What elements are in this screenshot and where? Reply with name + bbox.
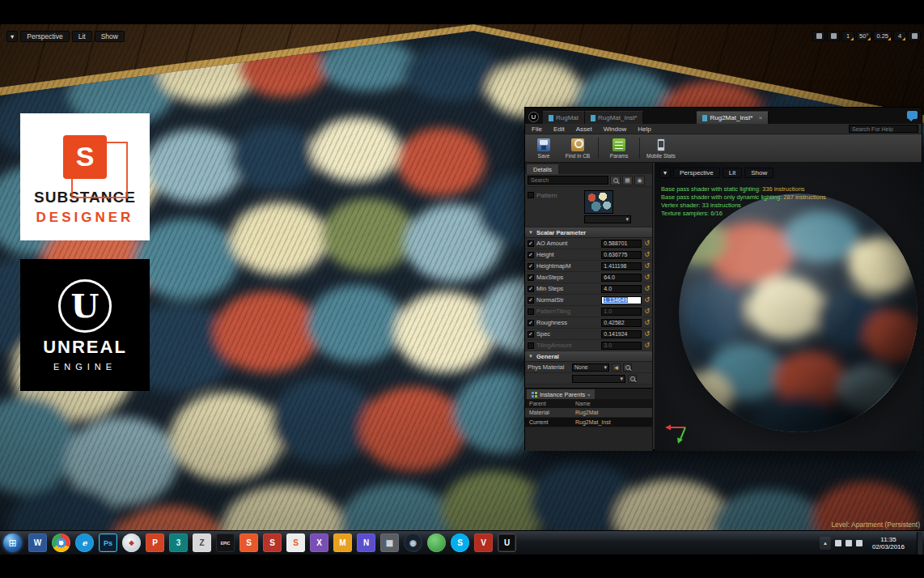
reset-to-default-icon[interactable]: ↺ bbox=[644, 252, 650, 258]
instance-parent-row-current[interactable]: Current Rug2Mat_Inst bbox=[525, 418, 652, 427]
ndo-icon[interactable]: N bbox=[357, 533, 375, 552]
translate-snap-button[interactable]: 1 bbox=[841, 31, 854, 41]
camera-speed-button[interactable]: 4 bbox=[893, 31, 906, 41]
param-value-field[interactable]: 4.0 bbox=[601, 285, 642, 293]
scale-snap-button[interactable]: 0.25 bbox=[873, 31, 892, 41]
texture-param-checkbox[interactable] bbox=[528, 192, 534, 198]
photoshop-icon[interactable]: Ps bbox=[99, 533, 117, 552]
param-value-field[interactable]: 64.0 bbox=[601, 274, 642, 282]
viewport-options-dropdown[interactable]: ▾ bbox=[659, 168, 671, 178]
reset-to-default-icon[interactable]: ↺ bbox=[644, 286, 650, 292]
substance-b2m-icon[interactable]: S bbox=[263, 533, 282, 552]
param-checkbox[interactable]: ✓ bbox=[528, 274, 534, 281]
reset-to-default-icon[interactable]: ↺ bbox=[644, 342, 650, 349]
texture-asset-dropdown[interactable]: ▾ bbox=[584, 215, 631, 223]
perspective-button[interactable]: Perspective bbox=[673, 168, 720, 178]
show-flags-button[interactable]: Show bbox=[744, 168, 774, 178]
substance-designer-icon[interactable]: S bbox=[286, 533, 305, 552]
param-checkbox[interactable] bbox=[528, 342, 534, 349]
tab-rugmat-inst[interactable]: RugMat_Inst* bbox=[585, 111, 643, 124]
tab-rug2mat-inst[interactable]: Rug2Mat_Inst* × bbox=[697, 111, 769, 124]
zbrush-icon[interactable]: Z bbox=[193, 533, 211, 552]
tab-rugmat[interactable]: RugMat bbox=[543, 111, 585, 124]
reset-to-default-icon[interactable]: ↺ bbox=[644, 240, 650, 247]
param-checkbox[interactable]: ✓ bbox=[528, 263, 534, 270]
lit-mode-button[interactable]: Lit bbox=[723, 168, 742, 178]
reset-to-default-icon[interactable]: ↺ bbox=[644, 308, 650, 315]
internet-explorer-icon[interactable]: e bbox=[75, 533, 94, 552]
scalar-parameter-header[interactable]: ▼ Scalar Parameter bbox=[525, 227, 652, 238]
search-asset-icon[interactable] bbox=[628, 375, 637, 383]
xnormal-icon[interactable]: X bbox=[310, 533, 328, 552]
view-options-icon[interactable] bbox=[827, 31, 840, 41]
reset-to-default-icon[interactable]: ↺ bbox=[644, 331, 650, 338]
unreal-launcher-icon[interactable]: U bbox=[498, 533, 516, 552]
powerpoint-icon[interactable]: P bbox=[146, 533, 164, 552]
save-button[interactable]: Save bbox=[530, 138, 557, 159]
menu-file[interactable]: File bbox=[532, 125, 542, 133]
vray-icon[interactable]: V bbox=[474, 533, 493, 552]
show-hidden-icons-button[interactable]: ▲ bbox=[820, 537, 831, 550]
details-search-input[interactable] bbox=[528, 176, 608, 185]
menu-edit[interactable]: Edit bbox=[553, 125, 565, 133]
param-value-field[interactable]: 0.141924 bbox=[601, 330, 642, 338]
volume-icon[interactable] bbox=[846, 540, 852, 546]
3dsmax-icon[interactable]: 3 bbox=[169, 533, 188, 552]
compass-icon[interactable]: ◆ bbox=[122, 533, 141, 552]
param-value-field[interactable]: 1.411198 bbox=[601, 262, 642, 270]
joystick-icon[interactable] bbox=[812, 31, 825, 41]
phys-material-dropdown[interactable]: None▾ bbox=[572, 363, 609, 372]
steam-icon[interactable]: ◉ bbox=[404, 533, 422, 552]
epic-games-icon[interactable]: EPIC bbox=[216, 533, 235, 552]
help-search-input[interactable] bbox=[849, 125, 918, 133]
reset-to-default-icon[interactable]: ↺ bbox=[644, 320, 650, 326]
grid-view-icon[interactable]: ▦ bbox=[622, 176, 633, 185]
notification-icon[interactable] bbox=[856, 540, 863, 546]
substance-painter-icon[interactable]: S bbox=[239, 533, 258, 552]
preview-sphere[interactable] bbox=[679, 193, 918, 432]
lit-mode-button[interactable]: Lit bbox=[72, 31, 92, 42]
details-tab[interactable]: Details bbox=[527, 164, 558, 174]
param-value-field[interactable]: 1.0 bbox=[601, 308, 642, 316]
green-app-icon[interactable] bbox=[427, 533, 446, 552]
instance-parents-tab[interactable]: Instance Parents ▾ bbox=[527, 389, 595, 399]
param-checkbox[interactable] bbox=[528, 308, 534, 315]
find-in-cb-button[interactable]: Find in CB bbox=[564, 138, 591, 159]
texture-thumbnail[interactable] bbox=[584, 190, 613, 214]
reset-to-default-icon[interactable]: ↺ bbox=[644, 263, 650, 270]
menu-help[interactable]: Help bbox=[638, 125, 651, 133]
mail-icon[interactable]: M bbox=[333, 533, 352, 552]
word-icon[interactable]: W bbox=[28, 533, 47, 552]
param-checkbox[interactable]: ✓ bbox=[528, 331, 534, 338]
chrome-icon[interactable] bbox=[52, 533, 70, 552]
param-value-field-editing[interactable]: 1.134649 bbox=[601, 296, 642, 304]
show-flags-button[interactable]: Show bbox=[95, 31, 125, 42]
asset-dropdown[interactable]: ▾ bbox=[572, 375, 625, 383]
menu-window[interactable]: Window bbox=[604, 125, 626, 133]
instance-parent-row-material[interactable]: Material Rug2Mat bbox=[525, 408, 652, 418]
param-checkbox[interactable]: ✓ bbox=[528, 286, 534, 292]
general-header[interactable]: ▼ General bbox=[525, 351, 652, 362]
start-button[interactable]: ⊞ bbox=[3, 533, 22, 552]
param-value-field[interactable]: 0.42582 bbox=[601, 319, 642, 327]
param-checkbox[interactable]: ✓ bbox=[528, 320, 534, 326]
use-selected-asset-icon[interactable]: ◀ bbox=[612, 363, 621, 372]
browse-to-asset-icon[interactable] bbox=[623, 363, 632, 372]
material-preview-viewport[interactable]: ▾ Perspective Lit Show Base pass shader … bbox=[655, 163, 923, 451]
param-value-field[interactable]: 0.588701 bbox=[601, 240, 642, 248]
search-icon[interactable] bbox=[610, 176, 621, 185]
param-value-field[interactable]: 0.636775 bbox=[601, 251, 642, 259]
visibility-filter-icon[interactable]: ◉ bbox=[634, 176, 645, 185]
perspective-button[interactable]: Perspective bbox=[20, 31, 69, 42]
rotate-snap-button[interactable]: 50° bbox=[856, 31, 871, 41]
cube-app-icon[interactable]: ▦ bbox=[380, 533, 399, 552]
skype-icon[interactable]: S bbox=[451, 533, 469, 552]
menu-asset[interactable]: Asset bbox=[576, 125, 592, 133]
param-checkbox[interactable]: ✓ bbox=[528, 252, 534, 258]
reset-to-default-icon[interactable]: ↺ bbox=[644, 297, 650, 304]
show-desktop-button[interactable] bbox=[917, 532, 922, 555]
param-checkbox[interactable]: ✓ bbox=[528, 240, 534, 247]
params-button[interactable]: Params bbox=[605, 138, 633, 159]
taskbar-clock[interactable]: 11:35 02/03/2016 bbox=[867, 536, 910, 550]
network-icon[interactable] bbox=[835, 540, 841, 546]
